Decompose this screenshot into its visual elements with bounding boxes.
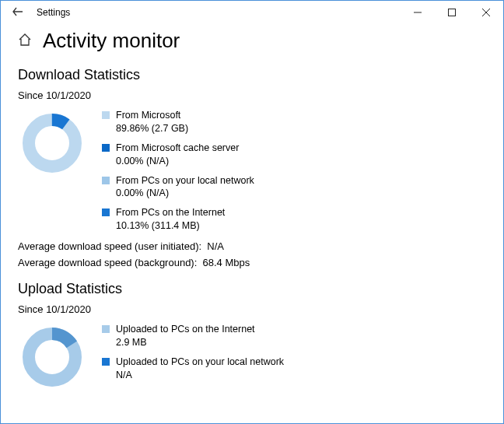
window-title: Settings [37,7,70,18]
legend-label: From Microsoft [116,109,188,122]
avg-value: 68.4 Mbps [203,257,250,268]
close-button[interactable] [469,1,503,24]
download-donut-chart [18,109,88,180]
upload-donut-chart [18,323,88,394]
avg-download-background: Average download speed (background): 68.… [18,257,486,268]
legend-value: 89.86% (2.7 GB) [116,122,188,135]
legend-label: From PCs on the Internet [116,206,225,219]
legend-label: Uploaded to PCs on your local network [116,356,284,369]
svg-rect-1 [449,9,456,16]
swatch-icon [102,144,110,152]
legend-label: Uploaded to PCs on the Internet [116,323,255,336]
avg-download-user: Average download speed (user initiated):… [18,240,486,252]
legend-item: From PCs on your local network 0.00% (N/… [102,174,254,201]
legend-item: Uploaded to PCs on the Internet 2.9 MB [102,323,284,349]
page-title: Activity monitor [43,29,180,53]
content-area: Activity monitor Download Statistics Sin… [1,24,503,410]
swatch-icon [102,325,110,333]
legend-value: 0.00% (N/A) [116,155,239,168]
titlebar: Settings [1,1,503,24]
upload-since: Since 10/1/2020 [18,303,486,315]
swatch-icon [102,358,110,366]
upload-legend: Uploaded to PCs on the Internet 2.9 MB U… [102,323,284,382]
legend-label: From Microsoft cache server [116,142,239,155]
legend-item: Uploaded to PCs on your local network N/… [102,356,284,382]
maximize-button[interactable] [435,1,469,24]
legend-value: 0.00% (N/A) [116,187,254,200]
upload-stats-block: Uploaded to PCs on the Internet 2.9 MB U… [18,323,486,394]
avg-label: Average download speed (user initiated): [18,240,201,252]
upload-section-title: Upload Statistics [18,281,486,297]
legend-value: N/A [116,369,284,382]
legend-item: From PCs on the Internet 10.13% (311.4 M… [102,206,254,233]
swatch-icon [102,111,110,119]
avg-value: N/A [207,240,224,252]
legend-item: From Microsoft cache server 0.00% (N/A) [102,142,254,168]
page-header: Activity monitor [18,29,486,53]
svg-point-4 [29,120,75,166]
window-controls [401,1,503,24]
back-button[interactable] [4,6,32,19]
avg-label: Average download speed (background): [18,257,197,268]
legend-value: 2.9 MB [116,336,255,349]
legend-item: From Microsoft 89.86% (2.7 GB) [102,109,254,135]
legend-value: 10.13% (311.4 MB) [116,219,225,233]
swatch-icon [102,177,110,184]
download-stats-block: From Microsoft 89.86% (2.7 GB) From Micr… [18,109,486,233]
home-icon[interactable] [18,33,32,50]
download-section-title: Download Statistics [18,67,486,83]
swatch-icon [102,208,110,216]
minimize-button[interactable] [401,1,435,24]
download-since: Since 10/1/2020 [18,89,486,101]
download-legend: From Microsoft 89.86% (2.7 GB) From Micr… [102,109,254,233]
legend-label: From PCs on your local network [116,174,254,187]
